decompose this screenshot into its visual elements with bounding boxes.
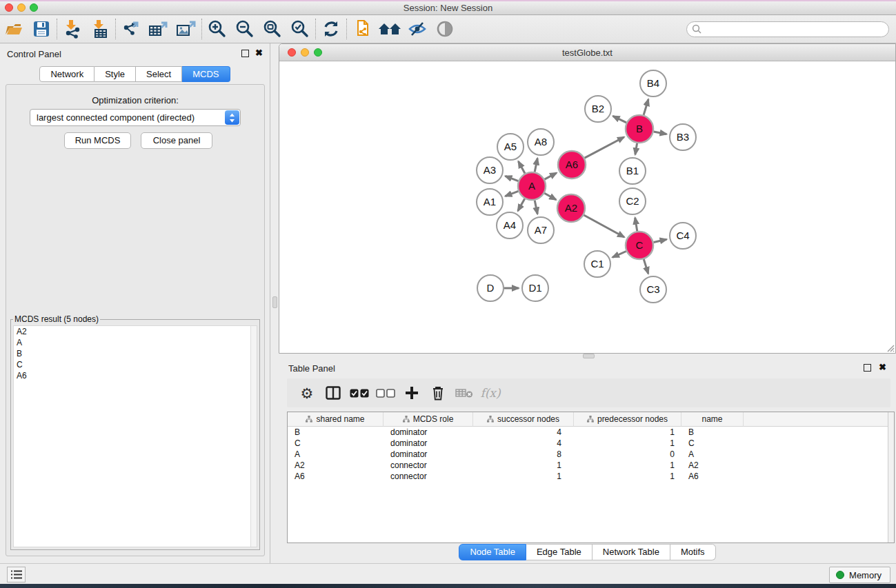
table-cell[interactable]: 8 <box>473 449 574 460</box>
delete-column-icon[interactable] <box>425 381 451 405</box>
table-cell[interactable]: C <box>288 438 384 449</box>
graph-edge-B-B1[interactable] <box>635 143 637 155</box>
zoom-fit-icon[interactable] <box>259 17 286 41</box>
deselect-all-checkboxes-icon[interactable] <box>372 381 399 405</box>
table-cell[interactable]: 1 <box>574 460 681 471</box>
graph-edge-C-C4[interactable] <box>653 239 666 242</box>
export-image-icon[interactable] <box>172 17 200 41</box>
table-cell[interactable]: 1 <box>574 427 681 438</box>
graph-edge-A2-C[interactable] <box>584 215 624 237</box>
table-cell[interactable]: A6 <box>681 471 744 482</box>
node-table[interactable]: shared name MCDS role successor nodes pr… <box>287 412 895 543</box>
mcds-result-item[interactable]: C <box>14 359 257 370</box>
table-row[interactable]: A2connector11A2 <box>288 460 894 471</box>
float-panel-icon[interactable] <box>241 50 249 57</box>
table-cell[interactable]: 1 <box>473 460 574 471</box>
table-scrollbar[interactable] <box>888 412 894 543</box>
table-cell[interactable]: 4 <box>473 427 574 438</box>
table-cell[interactable]: connector <box>384 471 473 482</box>
table-cell[interactable]: A2 <box>288 460 384 471</box>
tab-motifs[interactable]: Motifs <box>670 544 716 560</box>
export-table-icon[interactable] <box>145 17 172 41</box>
import-network-icon[interactable] <box>59 17 86 41</box>
float-table-panel-icon[interactable] <box>864 364 871 372</box>
column-header-shared-name[interactable]: shared name <box>288 412 384 427</box>
search-input[interactable] <box>702 25 888 34</box>
save-session-icon[interactable] <box>28 17 55 41</box>
network-canvas[interactable]: B4B2BB3A8A5A6A3B1AA1C2A2A4A7C4CC1DD1C3 <box>279 61 895 353</box>
select-all-checkboxes-icon[interactable] <box>346 381 372 405</box>
table-cell[interactable]: A <box>681 449 744 460</box>
memory-button[interactable]: Memory <box>829 567 890 583</box>
refresh-icon[interactable] <box>317 17 345 41</box>
tab-edge-table[interactable]: Edge Table <box>526 544 593 560</box>
mcds-result-item[interactable]: A2 <box>14 326 257 337</box>
table-cell[interactable]: A2 <box>681 460 744 471</box>
table-row[interactable]: Cdominator41C <box>288 438 894 449</box>
graph-edge-A-A4[interactable] <box>518 199 525 211</box>
table-cell[interactable]: dominator <box>384 449 473 460</box>
table-row[interactable]: A6connector11A6 <box>288 471 894 482</box>
table-row[interactable]: Bdominator41B <box>288 427 894 438</box>
home-view-icon[interactable] <box>376 17 404 41</box>
vertical-splitter-handle[interactable] <box>272 296 277 308</box>
column-header-predecessor-nodes[interactable]: predecessor nodes <box>574 412 681 427</box>
horizontal-splitter-handle[interactable] <box>583 354 595 358</box>
zoom-selected-icon[interactable] <box>286 17 314 41</box>
table-cell[interactable]: 1 <box>574 471 681 482</box>
import-table-icon[interactable] <box>86 17 114 41</box>
criterion-dropdown[interactable]: largest connected component (directed) <box>30 109 241 126</box>
open-session-icon[interactable] <box>0 17 28 41</box>
task-history-button[interactable] <box>7 567 26 582</box>
delete-table-icon[interactable] <box>451 381 477 405</box>
graph-edge-A6-B[interactable] <box>585 137 624 158</box>
tab-node-table[interactable]: Node Table <box>459 544 526 560</box>
show-details-icon[interactable] <box>431 17 459 41</box>
column-header-mcds-role[interactable]: MCDS role <box>384 412 473 427</box>
table-cell[interactable]: 4 <box>473 438 574 449</box>
table-cell[interactable]: B <box>681 427 744 438</box>
function-builder-icon[interactable]: f(x) <box>477 381 504 405</box>
hide-graphics-details-icon[interactable] <box>404 17 431 41</box>
graph-edge-C-C1[interactable] <box>613 251 626 257</box>
search-box[interactable] <box>686 21 889 37</box>
table-cell[interactable]: connector <box>384 460 473 471</box>
export-network-icon[interactable] <box>117 17 145 41</box>
graph-edge-C-C2[interactable] <box>635 218 637 232</box>
add-column-icon[interactable] <box>399 381 425 405</box>
mcds-result-item[interactable]: B <box>14 348 257 359</box>
graph-edge-B-B3[interactable] <box>654 132 667 134</box>
close-panel-icon[interactable]: ✖ <box>255 48 263 57</box>
graph-edge-B-B4[interactable] <box>644 99 648 115</box>
column-header-name[interactable]: name <box>681 412 744 427</box>
table-cell[interactable]: 1 <box>574 438 681 449</box>
graph-edge-A-A2[interactable] <box>544 193 556 199</box>
tab-style[interactable]: Style <box>94 66 136 82</box>
mcds-list-scrollbar[interactable] <box>250 326 257 547</box>
mcds-result-item[interactable]: A6 <box>14 370 257 381</box>
zoom-in-icon[interactable] <box>203 17 231 41</box>
graph-edge-A-A3[interactable] <box>505 176 518 181</box>
tab-mcds[interactable]: MCDS <box>182 66 230 82</box>
show-columns-icon[interactable] <box>320 381 346 405</box>
graph-edge-A-A5[interactable] <box>518 161 525 173</box>
graph-edge-A-A8[interactable] <box>535 159 537 172</box>
tab-network[interactable]: Network <box>39 66 94 82</box>
network-window-titlebar[interactable]: testGlobe.txt <box>279 44 895 61</box>
mcds-result-list[interactable]: A2ABCA6 <box>13 325 257 547</box>
run-mcds-button[interactable]: Run MCDS <box>64 132 131 149</box>
tab-select[interactable]: Select <box>136 66 182 82</box>
tab-network-table[interactable]: Network Table <box>593 544 670 560</box>
table-cell[interactable]: dominator <box>384 427 473 438</box>
graph-edge-C-C3[interactable] <box>644 259 648 274</box>
column-header-successor-nodes[interactable]: successor nodes <box>473 412 574 427</box>
table-cell[interactable]: dominator <box>384 438 473 449</box>
resize-grip-icon[interactable] <box>885 343 895 352</box>
table-cell[interactable]: C <box>681 438 744 449</box>
close-table-panel-icon[interactable]: ✖ <box>879 363 886 372</box>
table-cell[interactable]: 1 <box>473 471 574 482</box>
network-graph[interactable]: B4B2BB3A8A5A6A3B1AA1C2A2A4A7C4CC1DD1C3 <box>279 61 895 353</box>
graph-edge-A-A7[interactable] <box>535 201 537 214</box>
zoom-out-icon[interactable] <box>231 17 259 41</box>
graph-edge-A-A6[interactable] <box>545 173 557 179</box>
